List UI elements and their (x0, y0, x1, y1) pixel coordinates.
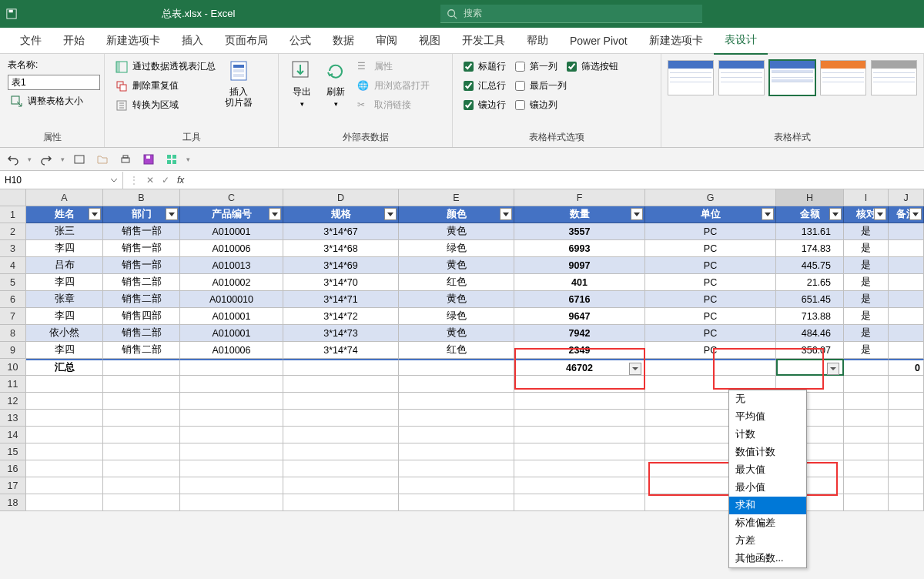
filter-button[interactable] (829, 208, 842, 220)
cell[interactable]: 是 (844, 240, 889, 257)
fx-cancel-icon[interactable]: ⋮ (129, 175, 139, 186)
cell[interactable]: 张章 (26, 291, 103, 308)
cell[interactable]: 3*14*74 (283, 342, 399, 359)
row-header[interactable]: 2 (0, 223, 26, 240)
cell[interactable] (844, 477, 889, 494)
cell[interactable] (103, 410, 180, 427)
cell[interactable] (399, 460, 514, 477)
cell[interactable]: 2349 (514, 342, 645, 359)
table-header[interactable]: 颜色 (399, 206, 514, 223)
cell[interactable] (844, 460, 889, 477)
row-header[interactable]: 9 (0, 342, 26, 359)
name-box[interactable]: H10 (0, 172, 123, 189)
cell[interactable] (889, 257, 924, 274)
filter-button[interactable] (762, 208, 774, 220)
cell[interactable] (844, 494, 889, 511)
cell[interactable]: 6716 (514, 291, 645, 308)
cell[interactable]: 651.45 (776, 291, 844, 308)
cell[interactable] (399, 477, 514, 494)
cell[interactable]: 21.65 (776, 274, 844, 291)
cell[interactable]: 是 (844, 291, 889, 308)
cell[interactable] (180, 427, 283, 443)
row-header[interactable]: 14 (0, 427, 26, 443)
tab-0[interactable]: 文件 (9, 28, 52, 54)
cell[interactable] (103, 443, 180, 460)
summarize-pivot-button[interactable]: 通过数据透视表汇总 (112, 59, 219, 75)
cell[interactable]: 黄色 (399, 325, 514, 342)
cell[interactable]: 3*14*72 (283, 308, 399, 325)
fx-cancel-button[interactable]: ✕ (146, 175, 154, 186)
cell[interactable]: A010002 (180, 274, 283, 291)
cell[interactable] (180, 494, 283, 511)
chk-total-row[interactable]: 汇总行 (459, 76, 511, 95)
cell[interactable]: A010006 (180, 240, 283, 257)
cell[interactable]: 是 (844, 257, 889, 274)
row-header[interactable]: 3 (0, 240, 26, 257)
total-cell[interactable]: 汇总 (26, 359, 103, 376)
cell[interactable] (103, 460, 180, 477)
cell[interactable] (889, 240, 924, 257)
chevron-down-icon[interactable] (110, 176, 118, 184)
style-swatch[interactable] (668, 60, 714, 95)
cell[interactable]: 红色 (399, 342, 514, 359)
filter-button[interactable] (500, 208, 512, 220)
cell[interactable] (889, 393, 924, 410)
row-header[interactable]: 18 (0, 494, 26, 511)
cell[interactable] (514, 477, 645, 494)
row-header[interactable]: 13 (0, 410, 26, 427)
cell[interactable]: 3*14*71 (283, 291, 399, 308)
cell[interactable]: PC (645, 325, 776, 342)
row-header[interactable]: 16 (0, 460, 26, 477)
tab-5[interactable]: 公式 (279, 28, 322, 54)
cell[interactable] (283, 477, 399, 494)
cell[interactable] (889, 410, 924, 427)
cell[interactable]: 是 (844, 274, 889, 291)
filter-button[interactable] (89, 208, 101, 220)
cell[interactable] (26, 477, 103, 494)
cell[interactable]: 3*14*70 (283, 274, 399, 291)
table-header[interactable]: 数量 (514, 206, 645, 223)
cell[interactable]: 131.61 (776, 223, 844, 240)
cell[interactable]: 是 (844, 223, 889, 240)
qat-open-button[interactable] (94, 151, 111, 168)
cell[interactable] (889, 291, 924, 308)
cell[interactable] (844, 376, 889, 393)
cell[interactable] (844, 393, 889, 410)
cell[interactable]: 9097 (514, 257, 645, 274)
cell[interactable] (283, 443, 399, 460)
insert-slicer-button[interactable]: 插入 切片器 (220, 57, 257, 109)
row-header[interactable]: 12 (0, 393, 26, 410)
row-header[interactable]: 17 (0, 477, 26, 494)
total-cell[interactable] (180, 359, 283, 376)
chk-first-col[interactable]: 第一列 (511, 57, 562, 76)
total-cell[interactable] (399, 359, 514, 376)
cell[interactable] (514, 443, 645, 460)
cell[interactable]: 李四 (26, 342, 103, 359)
cell[interactable] (514, 410, 645, 427)
row-header[interactable]: 15 (0, 443, 26, 460)
total-cell[interactable] (103, 359, 180, 376)
cell[interactable]: 3*14*68 (283, 240, 399, 257)
cell[interactable] (283, 393, 399, 410)
cell[interactable]: PC (645, 223, 776, 240)
cell[interactable] (844, 410, 889, 427)
cell[interactable] (26, 410, 103, 427)
cell[interactable] (180, 393, 283, 410)
remove-duplicates-button[interactable]: 删除重复值 (112, 78, 219, 94)
cell[interactable]: A010001 (180, 223, 283, 240)
col-header-H[interactable]: H (776, 189, 844, 206)
tab-1[interactable]: 开始 (52, 28, 95, 54)
row-header[interactable]: 4 (0, 257, 26, 274)
cell[interactable]: 李四 (26, 308, 103, 325)
cell[interactable]: 713.88 (776, 308, 844, 325)
cell[interactable]: 3*14*67 (283, 223, 399, 240)
tab-10[interactable]: 帮助 (516, 28, 559, 54)
col-header-I[interactable]: I (844, 189, 889, 206)
col-header-B[interactable]: B (103, 189, 180, 206)
dropdown-item[interactable]: 求和 (729, 497, 806, 514)
cell[interactable] (399, 494, 514, 511)
cell[interactable] (399, 427, 514, 443)
cell[interactable] (283, 427, 399, 443)
cell[interactable] (889, 342, 924, 359)
chk-filter-btn[interactable]: 筛选按钮 (562, 57, 623, 76)
